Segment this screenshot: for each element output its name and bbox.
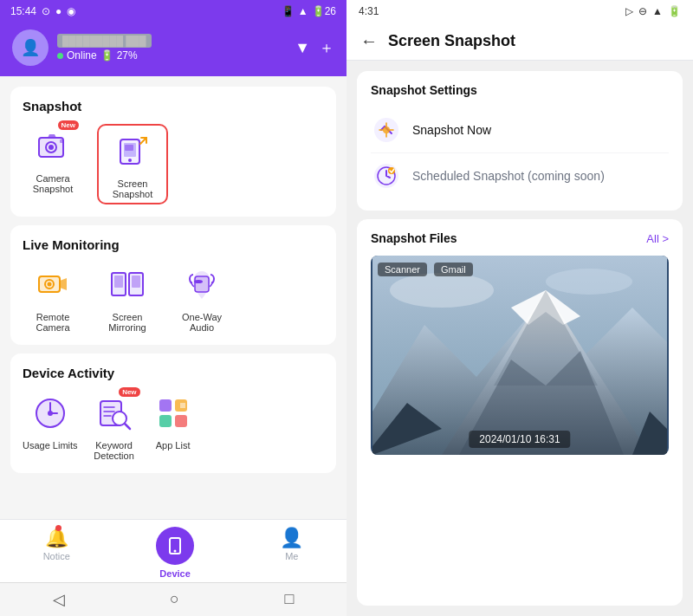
keyword-detection-item[interactable]: New KeywordDetection <box>92 391 137 461</box>
mountain-image <box>371 256 669 455</box>
right-status-bar: 4:31 ▷ ⊖ ▲ 🔋 <box>346 0 693 23</box>
camera-new-badge: New <box>58 120 79 130</box>
record-icon: ◉ <box>67 5 75 17</box>
remote-camera-item[interactable]: Remote Camera <box>23 263 83 333</box>
battery-icon: 🔋 <box>100 49 113 62</box>
live-monitoring-title: Live Monitoring <box>23 237 324 252</box>
right-time: 4:31 <box>359 5 379 17</box>
recents-button[interactable]: □ <box>284 590 294 609</box>
svg-point-24 <box>48 411 53 416</box>
user-info: 👤 █████████ ███ Online 🔋 27% <box>12 29 152 66</box>
snapshot-title: Snapshot <box>23 99 324 113</box>
add-icon[interactable]: ＋ <box>319 37 334 58</box>
back-button[interactable]: ◁ <box>53 590 65 609</box>
svg-rect-18 <box>132 276 140 288</box>
keyword-new-badge: New <box>119 387 139 397</box>
left-panel: 15:44 ⊙ ● ◉ 📱 ▲ 🔋26 👤 █████████ ███ Onli… <box>0 0 346 616</box>
right-header: ← Screen Snapshot <box>346 23 693 61</box>
one-way-audio-icon-box <box>179 263 224 308</box>
svg-rect-32 <box>159 399 172 412</box>
screen-snapshot-icon <box>115 134 150 169</box>
screen-snapshot-item[interactable]: Screen Snapshot <box>97 124 168 204</box>
avatar: 👤 <box>12 29 49 66</box>
screen-snapshot-icon-box <box>110 129 155 174</box>
one-way-audio-icon <box>183 266 221 304</box>
svg-point-3 <box>49 145 54 150</box>
snapshot-section: Snapshot New C <box>10 87 336 217</box>
right-signal-icon: ⊖ <box>638 5 647 17</box>
home-button[interactable]: ○ <box>170 590 179 609</box>
preview-timestamp: 2024/01/10 16:31 <box>469 431 570 448</box>
scheduled-snapshot-icon <box>371 160 402 191</box>
keyword-detection-icon <box>95 394 133 432</box>
right-status-icons: ▷ ⊖ ▲ 🔋 <box>625 5 681 17</box>
svg-point-38 <box>174 550 177 553</box>
nav-notice[interactable]: 🔔 Notice <box>43 527 70 579</box>
battery-status: 🔋26 <box>312 5 336 17</box>
me-label: Me <box>285 551 298 561</box>
gmail-tag: Gmail <box>434 263 473 276</box>
svg-rect-8 <box>125 145 133 151</box>
device-activity-section: Device Activity Usage Limits <box>10 353 336 473</box>
wifi-icon: ▲ <box>298 5 308 17</box>
screen-snapshot-label: Screen Snapshot <box>102 178 163 199</box>
device-activity-title: Device Activity <box>23 366 324 380</box>
live-monitoring-section: Live Monitoring Remote Camera <box>10 225 336 345</box>
screen-mirroring-icon <box>108 266 146 304</box>
time-display: 15:44 <box>10 5 36 17</box>
device-active-circle <box>156 527 194 565</box>
activity-icon: ● <box>55 5 62 17</box>
svg-point-46 <box>546 269 632 295</box>
user-header: 👤 █████████ ███ Online 🔋 27% ▼ ＋ <box>0 23 346 76</box>
usage-limits-item[interactable]: Usage Limits <box>23 391 78 461</box>
snapshot-preview[interactable]: Scanner Gmail <box>371 256 669 455</box>
svg-point-12 <box>48 282 52 287</box>
alarm-icon: ⊙ <box>42 5 50 17</box>
app-list-icon-box <box>151 391 196 436</box>
svg-rect-20 <box>195 276 209 292</box>
online-indicator <box>57 53 63 59</box>
screen-mirroring-icon-box <box>105 263 150 308</box>
usage-limits-label: Usage Limits <box>23 440 78 451</box>
one-way-audio-item[interactable]: One-Way Audio <box>172 263 232 333</box>
usage-limits-icon-box <box>28 391 73 436</box>
snapshot-now-label: Snapshot Now <box>412 123 491 137</box>
files-all-link[interactable]: All > <box>646 232 669 245</box>
remote-camera-icon-box <box>30 263 75 308</box>
status-bar-left: 15:44 ⊙ ● ◉ <box>10 5 75 17</box>
me-icon: 👤 <box>280 527 303 549</box>
settings-section-title: Snapshot Settings <box>371 83 669 97</box>
snapshot-now-row[interactable]: Snapshot Now <box>371 107 669 152</box>
play-icon: ▷ <box>625 5 633 17</box>
user-status: Online 🔋 27% <box>57 49 152 62</box>
camera-snapshot-icon-box: New <box>30 124 75 169</box>
app-list-icon <box>154 394 192 432</box>
nav-me[interactable]: 👤 Me <box>280 527 303 579</box>
screen-mirroring-item[interactable]: Screen Mirroring <box>97 263 158 333</box>
camera-snapshot-item[interactable]: New Camera Snapshot <box>23 124 83 204</box>
right-back-button[interactable]: ← <box>360 31 378 51</box>
usage-limits-icon <box>31 394 69 432</box>
app-list-item[interactable]: App List <box>151 391 196 461</box>
snapshot-now-icon <box>371 114 402 146</box>
svg-line-28 <box>125 424 130 429</box>
right-wifi-icon: ▲ <box>652 5 663 17</box>
files-header: Snapshot Files All > <box>371 231 669 245</box>
notice-badge <box>55 525 62 531</box>
remote-camera-icon <box>34 266 72 304</box>
scheduled-snapshot-row: Scheduled Snapshot (coming soon) <box>371 152 669 198</box>
svg-rect-35 <box>175 415 187 427</box>
android-nav-bar: ◁ ○ □ <box>0 582 346 616</box>
header-actions: ▼ ＋ <box>295 37 334 58</box>
user-details: █████████ ███ Online 🔋 27% <box>57 34 152 62</box>
phone-icon: 📱 <box>282 5 295 17</box>
camera-snapshot-label: Camera Snapshot <box>23 173 83 194</box>
nav-device[interactable]: Device <box>156 527 194 579</box>
status-bar-right: 📱 ▲ 🔋26 <box>282 5 336 17</box>
svg-rect-17 <box>114 276 123 288</box>
keyword-detection-label: KeywordDetection <box>94 440 133 461</box>
scanner-tag: Scanner <box>378 263 427 276</box>
dropdown-icon[interactable]: ▼ <box>295 39 310 57</box>
files-title: Snapshot Files <box>371 231 457 245</box>
scheduled-snapshot-label: Scheduled Snapshot (coming soon) <box>412 169 605 183</box>
